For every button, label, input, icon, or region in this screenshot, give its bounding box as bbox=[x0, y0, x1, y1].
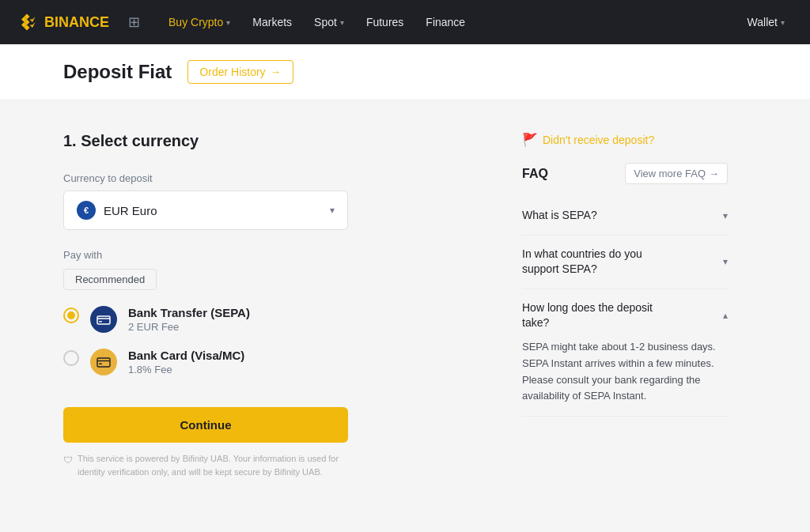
card-payment-fee: 1.8% Fee bbox=[128, 364, 244, 375]
powered-by: 🛡 This service is powered by Bifinity UA… bbox=[63, 452, 348, 478]
card-payment-name: Bank Card (Visa/MC) bbox=[128, 349, 244, 362]
svg-rect-9 bbox=[97, 358, 110, 367]
card-icon bbox=[90, 349, 117, 375]
card-radio[interactable] bbox=[63, 350, 79, 366]
faq-chevron-1: ▾ bbox=[723, 256, 728, 267]
section-title: 1. Select currency bbox=[63, 132, 475, 150]
svg-marker-2 bbox=[30, 17, 36, 22]
svg-rect-7 bbox=[97, 316, 110, 324]
page-header: Deposit Fiat Order History → bbox=[0, 44, 810, 100]
sepa-radio[interactable] bbox=[63, 308, 79, 323]
order-history-arrow: → bbox=[271, 66, 282, 78]
sepa-icon bbox=[90, 306, 117, 333]
flag-icon: 🚩 bbox=[522, 132, 538, 147]
faq-chevron-0: ▾ bbox=[723, 210, 728, 221]
faq-title: FAQ bbox=[522, 167, 548, 181]
currency-dropdown-chevron: ▾ bbox=[330, 205, 335, 216]
grid-icon[interactable]: ⊞ bbox=[128, 13, 140, 31]
payment-option-sepa[interactable]: Bank Transfer (SEPA) 2 EUR Fee bbox=[63, 306, 475, 333]
faq-question-text-2: How long does the deposit take? bbox=[522, 300, 680, 331]
sepa-payment-name: Bank Transfer (SEPA) bbox=[128, 306, 250, 319]
binance-logo[interactable]: BINANCE bbox=[16, 11, 109, 33]
pay-with-label: Pay with bbox=[63, 249, 475, 261]
recommended-badge: Recommended bbox=[63, 269, 157, 290]
binance-logo-icon bbox=[16, 11, 38, 33]
navbar: BINANCE ⊞ Buy Crypto ▾ Markets Spot ▾ Fu… bbox=[0, 0, 810, 44]
svg-rect-10 bbox=[99, 364, 102, 365]
nav-spot-chevron: ▾ bbox=[340, 18, 344, 27]
faq-item-0: What is SEPA? ▾ bbox=[522, 197, 728, 236]
nav-markets[interactable]: Markets bbox=[243, 9, 301, 35]
payment-option-card[interactable]: Bank Card (Visa/MC) 1.8% Fee bbox=[63, 349, 475, 375]
main-content: 1. Select currency Currency to deposit €… bbox=[0, 100, 810, 532]
nav-buy-crypto[interactable]: Buy Crypto ▾ bbox=[159, 9, 240, 35]
faq-section: 🚩 Didn't receive deposit? FAQ View more … bbox=[522, 132, 728, 505]
faq-question-text-0: What is SEPA? bbox=[522, 208, 597, 224]
binance-logo-text: BINANCE bbox=[44, 14, 109, 31]
order-history-button[interactable]: Order History → bbox=[187, 60, 293, 84]
faq-chevron-2: ▴ bbox=[723, 310, 728, 321]
svg-rect-8 bbox=[99, 321, 102, 323]
svg-marker-5 bbox=[30, 22, 36, 28]
currency-label: Currency to deposit bbox=[63, 172, 475, 184]
currency-value: EUR Euro bbox=[104, 204, 157, 217]
shield-icon: 🛡 bbox=[63, 453, 73, 467]
faq-question-1[interactable]: In what countries do you support SEPA? ▾ bbox=[522, 247, 728, 277]
sepa-radio-inner bbox=[67, 311, 75, 319]
navbar-nav: Buy Crypto ▾ Markets Spot ▾ Futures Fina… bbox=[159, 9, 719, 35]
wallet-chevron: ▾ bbox=[781, 18, 785, 27]
eur-icon: € bbox=[77, 201, 96, 220]
sepa-payment-fee: 2 EUR Fee bbox=[128, 321, 250, 333]
nav-finance[interactable]: Finance bbox=[416, 9, 475, 35]
page-title: Deposit Fiat bbox=[63, 61, 172, 83]
faq-item-2: How long does the deposit take? ▴ SEPA m… bbox=[522, 289, 728, 417]
faq-header: FAQ View more FAQ → bbox=[522, 163, 728, 184]
wallet-button[interactable]: Wallet ▾ bbox=[738, 9, 794, 35]
form-section: 1. Select currency Currency to deposit €… bbox=[63, 132, 475, 505]
view-more-faq-button[interactable]: View more FAQ → bbox=[625, 163, 728, 184]
faq-answer-2: SEPA might take about 1-2 business days.… bbox=[522, 339, 728, 405]
continue-button[interactable]: Continue bbox=[63, 407, 348, 443]
nav-futures[interactable]: Futures bbox=[357, 9, 413, 35]
faq-question-0[interactable]: What is SEPA? ▾ bbox=[522, 208, 728, 224]
faq-question-text-1: In what countries do you support SEPA? bbox=[522, 247, 680, 277]
view-more-faq-arrow: → bbox=[709, 168, 719, 179]
faq-question-2[interactable]: How long does the deposit take? ▴ bbox=[522, 300, 728, 331]
faq-item-1: In what countries do you support SEPA? ▾ bbox=[522, 236, 728, 289]
didnt-receive-deposit[interactable]: 🚩 Didn't receive deposit? bbox=[522, 132, 728, 147]
currency-select-dropdown[interactable]: € EUR Euro ▾ bbox=[63, 191, 348, 230]
continue-section: Continue 🛡 This service is powered by Bi… bbox=[63, 407, 475, 478]
nav-buy-crypto-chevron: ▾ bbox=[226, 18, 230, 27]
nav-spot[interactable]: Spot ▾ bbox=[305, 9, 354, 35]
